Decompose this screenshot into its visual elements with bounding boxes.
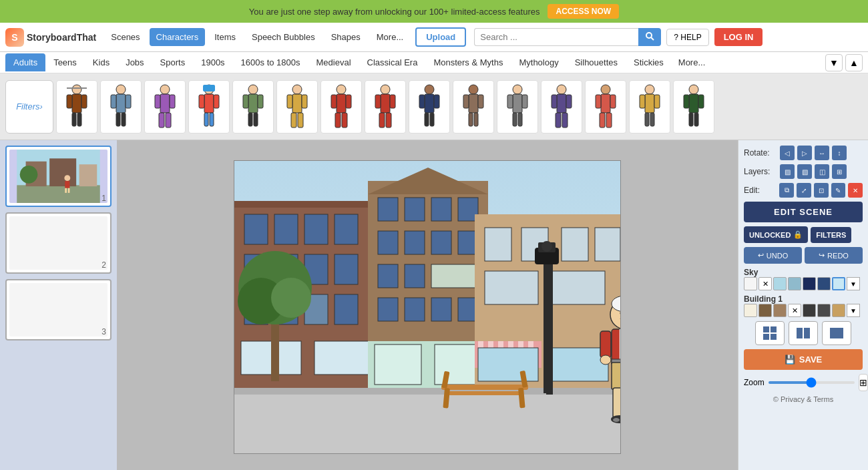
layout-grid-btn[interactable] [755,321,785,345]
zoom-row: Zoom ⊞ ⤢ [744,374,863,391]
scenes-button[interactable]: Scenes [104,28,146,46]
building-color-tan[interactable] [773,304,787,317]
char-5[interactable] [232,80,274,134]
char-3[interactable] [144,80,186,134]
tab-silhouettes[interactable]: Silhouettes [567,53,626,71]
layout-dual-btn[interactable] [789,321,818,345]
building-color-gold[interactable] [832,304,845,317]
building-color-dropdown[interactable]: ▼ [847,304,860,317]
sky-color-lightblue[interactable] [773,277,787,290]
char-7[interactable] [320,80,362,134]
tab-sports[interactable]: Sports [152,53,194,71]
main-canvas[interactable] [234,160,621,454]
flip-h-btn[interactable]: ↔ [815,146,829,160]
building-color-dark[interactable] [803,304,816,317]
search-input[interactable] [474,28,638,46]
slide-1[interactable]: 1 [5,146,112,207]
search-container [474,28,661,46]
unlocked-filters-row: UNLOCKED 🔒 FILTERS [744,226,863,243]
unlocked-button[interactable]: UNLOCKED 🔒 [744,226,808,243]
sky-color-x[interactable]: ✕ [758,277,772,290]
slide-3[interactable]: 3 [5,279,112,340]
char-4[interactable] [188,80,230,134]
upload-button[interactable]: Upload [415,27,466,47]
layer-forward-btn[interactable]: ◫ [815,164,829,179]
svg-rect-35 [292,94,302,113]
char-2[interactable] [100,80,142,134]
sky-color-dropdown[interactable]: ▼ [847,277,860,290]
characters-button[interactable]: Characters [150,28,206,46]
access-now-button[interactable]: ACCESS NOW [548,4,619,19]
layout-single-btn[interactable] [822,321,851,345]
char-14[interactable] [629,80,670,134]
building-color-x[interactable]: ✕ [788,304,801,317]
char-figure-12 [545,83,578,131]
layer-back-btn[interactable]: ▧ [797,164,812,179]
char-1[interactable] [56,80,97,134]
rotate-right-btn[interactable]: ▷ [797,146,812,160]
redo-button[interactable]: ↪ REDO [805,247,863,264]
tab-adults[interactable]: Adults [5,53,45,71]
flip-v-btn[interactable]: ↕ [832,146,847,160]
char-figure-3 [148,83,182,131]
svg-point-28 [248,85,258,94]
tab-classical[interactable]: Classical Era [359,53,426,71]
login-button[interactable]: LOG IN [714,28,763,46]
layer-front-btn[interactable]: ▨ [780,164,795,179]
char-6[interactable] [276,80,318,134]
shapes-button[interactable]: Shapes [324,28,367,46]
char-13[interactable] [585,80,626,134]
color-btn[interactable]: ✎ [831,183,846,198]
tab-more[interactable]: More... [672,53,712,71]
redo-icon: ↪ [819,251,825,260]
sky-color-navy[interactable] [817,277,831,290]
crop-btn[interactable]: ⊡ [814,183,829,198]
nav-left-arrow[interactable]: ▼ [825,54,843,71]
tab-kids[interactable]: Kids [85,53,118,71]
svg-rect-55 [434,95,439,108]
layer-backward-btn[interactable]: ⊞ [832,164,847,179]
svg-rect-199 [797,328,803,338]
delete-btn[interactable]: ✕ [848,183,863,198]
tab-1900s[interactable]: 1900s [193,53,232,71]
copy-btn[interactable]: ⧉ [779,183,794,198]
sky-color-white[interactable] [744,277,757,290]
resize-btn[interactable]: ⤢ [797,183,811,198]
zoom-fit-btn[interactable]: ⊞ [859,374,868,391]
building-color-charcoal[interactable] [817,304,831,317]
building-color-cream[interactable] [744,304,757,317]
tab-1600s[interactable]: 1600s to 1800s [233,53,308,71]
nav-right-arrow[interactable]: ▲ [845,54,863,71]
search-button[interactable] [638,28,661,46]
tab-jobs[interactable]: Jobs [118,53,152,71]
tab-medieval[interactable]: Medieval [308,53,359,71]
undo-button[interactable]: ↩ UNDO [744,247,802,264]
svg-rect-57 [430,113,434,126]
char-10[interactable] [453,80,494,134]
edit-scene-button[interactable]: EDIT SCENE [744,202,863,222]
char-8[interactable] [365,80,406,134]
speech-bubbles-button[interactable]: Speech Bubbles [245,28,322,46]
filters-panel-button[interactable]: FILTERS [811,227,851,243]
char-9[interactable] [409,80,450,134]
sky-color-darkblue[interactable] [803,277,816,290]
char-11[interactable] [497,80,538,134]
slide-2[interactable]: 2 [5,212,112,274]
filters-button[interactable]: Filters› [5,80,53,134]
sky-color-selected[interactable] [832,277,845,290]
char-12[interactable] [541,80,582,134]
help-button[interactable]: ? HELP [666,29,708,46]
save-button[interactable]: 💾 SAVE [744,349,863,370]
more-button[interactable]: More... [370,28,410,46]
tab-teens[interactable]: Teens [45,53,85,71]
tab-stickies[interactable]: Stickies [626,53,672,71]
char-15[interactable] [673,80,714,134]
building-color-brown[interactable] [758,304,772,317]
zoom-slider[interactable] [769,381,855,384]
items-button[interactable]: Items [208,28,242,46]
tab-monsters[interactable]: Monsters & Myths [425,53,511,71]
rotate-left-btn[interactable]: ◁ [780,146,795,160]
tab-mythology[interactable]: Mythology [511,53,566,71]
sky-color-blue[interactable] [788,277,801,290]
svg-rect-171 [448,391,521,395]
